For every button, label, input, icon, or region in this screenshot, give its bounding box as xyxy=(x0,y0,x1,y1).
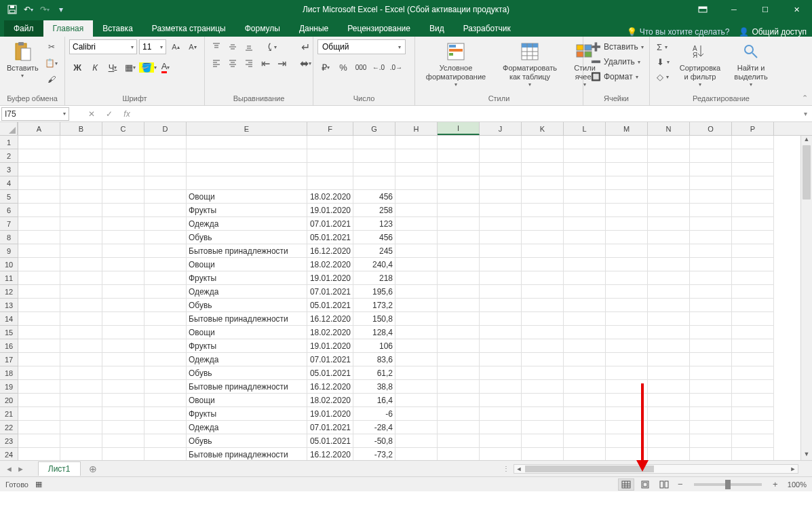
column-header[interactable]: L xyxy=(564,122,606,135)
cancel-formula-icon[interactable]: ✕ xyxy=(83,107,100,121)
cell[interactable] xyxy=(480,149,522,163)
tab-view[interactable]: Вид xyxy=(420,20,454,37)
cell[interactable] xyxy=(102,394,144,407)
cell[interactable] xyxy=(690,163,732,176)
cell[interactable]: 05.01.2021 xyxy=(307,299,353,312)
cell[interactable]: Бытовые принадлежности xyxy=(187,380,307,394)
align-left-icon[interactable] xyxy=(209,56,224,71)
cell[interactable] xyxy=(18,136,60,149)
cell[interactable] xyxy=(60,190,102,204)
cell[interactable] xyxy=(438,217,480,231)
cell[interactable] xyxy=(18,271,60,285)
comma-format-icon[interactable]: 000 xyxy=(353,60,369,75)
cell[interactable] xyxy=(564,190,606,204)
cell[interactable] xyxy=(648,339,690,353)
wrap-text-icon[interactable]: ↵ xyxy=(296,39,315,54)
cell[interactable] xyxy=(564,176,606,190)
tab-developer[interactable]: Разработчик xyxy=(454,20,520,37)
cell[interactable] xyxy=(648,326,690,339)
cell[interactable] xyxy=(60,217,102,231)
column-header[interactable]: I xyxy=(438,122,480,135)
cell[interactable] xyxy=(690,176,732,190)
cell[interactable] xyxy=(648,285,690,299)
cell[interactable] xyxy=(102,217,144,231)
cell[interactable] xyxy=(732,285,774,299)
cell[interactable] xyxy=(522,285,564,299)
name-box[interactable]: I75▾ xyxy=(1,107,69,121)
row-header[interactable]: 14 xyxy=(0,312,18,326)
cell[interactable] xyxy=(606,136,648,149)
cell[interactable] xyxy=(690,299,732,312)
row-header[interactable]: 20 xyxy=(0,394,18,407)
cell[interactable]: 150,8 xyxy=(353,312,395,326)
cell[interactable] xyxy=(522,448,564,460)
cell[interactable] xyxy=(395,190,438,204)
tab-page-layout[interactable]: Разметка страницы xyxy=(142,20,235,37)
normal-view-icon[interactable] xyxy=(618,478,634,491)
page-break-view-icon[interactable] xyxy=(656,478,672,491)
cell[interactable] xyxy=(732,421,774,434)
cell[interactable] xyxy=(438,326,480,339)
cell[interactable] xyxy=(522,326,564,339)
cell[interactable] xyxy=(60,448,102,460)
scroll-up-icon[interactable]: ▲ xyxy=(801,136,812,145)
align-right-icon[interactable] xyxy=(241,56,256,71)
cell[interactable]: 16.12.2020 xyxy=(307,312,353,326)
cell[interactable] xyxy=(732,312,774,326)
cell[interactable] xyxy=(690,231,732,244)
column-header[interactable]: M xyxy=(606,122,648,135)
cell[interactable]: 07.01.2021 xyxy=(307,353,353,366)
cell[interactable] xyxy=(18,434,60,448)
cell[interactable] xyxy=(564,299,606,312)
cell[interactable] xyxy=(18,190,60,204)
cell[interactable]: 07.01.2021 xyxy=(307,217,353,231)
cell[interactable] xyxy=(480,258,522,271)
column-header[interactable]: A xyxy=(18,122,60,135)
cell[interactable] xyxy=(102,326,144,339)
font-name-combo[interactable]: Calibri▾ xyxy=(69,39,137,54)
cell[interactable] xyxy=(18,176,60,190)
undo-icon[interactable]: ↶▾ xyxy=(23,4,34,15)
cell[interactable] xyxy=(648,366,690,380)
cell[interactable] xyxy=(102,190,144,204)
cell[interactable]: 240,4 xyxy=(353,258,395,271)
cell[interactable] xyxy=(606,244,648,258)
cell[interactable] xyxy=(438,285,480,299)
sheet-nav-prev-icon[interactable]: ◄ xyxy=(5,465,13,473)
cell[interactable] xyxy=(187,149,307,163)
cell[interactable] xyxy=(438,394,480,407)
cell[interactable] xyxy=(732,190,774,204)
column-header[interactable]: K xyxy=(522,122,564,135)
cell[interactable] xyxy=(564,339,606,353)
cell[interactable] xyxy=(144,326,187,339)
cell[interactable] xyxy=(690,149,732,163)
cell[interactable] xyxy=(18,149,60,163)
cell[interactable] xyxy=(606,421,648,434)
cell[interactable] xyxy=(564,136,606,149)
cell[interactable]: 258 xyxy=(353,204,395,217)
cell[interactable] xyxy=(522,380,564,394)
cell[interactable] xyxy=(480,176,522,190)
cell[interactable] xyxy=(395,231,438,244)
cell[interactable] xyxy=(480,448,522,460)
collapse-ribbon-icon[interactable]: ⌃ xyxy=(802,94,808,102)
font-color-button[interactable]: A▾ xyxy=(157,60,174,75)
cell[interactable]: Фрукты xyxy=(187,339,307,353)
ribbon-display-icon[interactable] xyxy=(687,0,718,19)
zoom-level[interactable]: 100% xyxy=(788,480,807,489)
cell[interactable] xyxy=(18,244,60,258)
cell[interactable] xyxy=(564,244,606,258)
save-icon[interactable] xyxy=(7,4,18,15)
cell[interactable] xyxy=(395,407,438,421)
page-layout-view-icon[interactable] xyxy=(637,478,653,491)
tab-insert[interactable]: Вставка xyxy=(93,20,142,37)
tell-me-search[interactable]: 💡 Что вы хотите сделать? xyxy=(627,27,730,37)
cell[interactable] xyxy=(102,434,144,448)
cell[interactable] xyxy=(60,163,102,176)
cell[interactable] xyxy=(564,258,606,271)
delete-cells-button[interactable]: ➖Удалить▾ xyxy=(587,54,643,69)
cell[interactable] xyxy=(480,326,522,339)
cell[interactable] xyxy=(18,217,60,231)
cell[interactable] xyxy=(18,299,60,312)
cell[interactable] xyxy=(606,163,648,176)
